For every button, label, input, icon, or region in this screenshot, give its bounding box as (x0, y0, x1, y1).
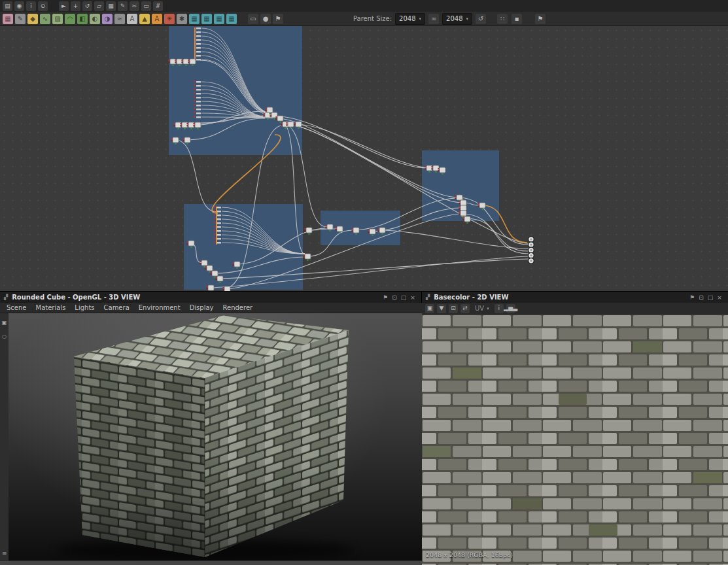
search-icon[interactable]: ⊙ (38, 1, 48, 11)
gradient-map-icon[interactable]: ▨ (52, 14, 63, 24)
2d-viewport[interactable]: 2048 x 2048 (RGBA, 16bpc) (422, 315, 728, 565)
3d-viewport-scrollbar[interactable] (0, 560, 422, 565)
3d-view-panel-header[interactable]: ▞ Rounded Cube - OpenGL - 3D VIEW ⚑⊡□× (0, 291, 422, 303)
pin-panel-icon[interactable]: ⚑ (381, 294, 390, 301)
graph-node[interactable] (457, 195, 462, 200)
graph-node[interactable] (288, 122, 294, 127)
camera-view-icon[interactable]: ▣ (2, 320, 7, 326)
information-icon[interactable]: i (494, 304, 504, 313)
swap-channels-icon[interactable]: ⇄ (460, 304, 470, 313)
screenshot-camera-icon[interactable]: ◉ (14, 1, 24, 11)
graph-node[interactable] (379, 228, 385, 233)
presets-dots-icon[interactable]: ∷ (497, 14, 508, 24)
histogram-icon[interactable]: ▂▅▃ (506, 304, 515, 313)
menu-renderer[interactable]: Renderer (218, 304, 258, 311)
auto-levels-icon[interactable]: A (152, 14, 162, 24)
vector-resource-icon[interactable]: ✎ (15, 14, 26, 24)
slope-blur-icon[interactable]: ∿ (40, 14, 50, 24)
dot-node-icon[interactable]: ● (260, 14, 271, 24)
graph-node[interactable] (267, 107, 273, 112)
anchor-icon[interactable]: ⚑ (273, 14, 283, 24)
pixel-processor-icon[interactable]: ✱ (177, 14, 187, 24)
tile-generator-icon[interactable]: ▦ (189, 14, 199, 24)
tile-sampler-icon[interactable]: ▦ (201, 14, 212, 24)
graph-node[interactable] (208, 285, 214, 290)
copy-image-icon[interactable]: ⊡ (449, 304, 458, 313)
graph-node[interactable] (217, 276, 223, 281)
shape-icon[interactable]: ▦ (214, 14, 224, 24)
comment-icon[interactable]: ▭ (248, 14, 258, 24)
menu-scene[interactable]: Scene (2, 304, 31, 311)
frame-tool-icon[interactable]: ▭ (141, 1, 151, 11)
graph-node[interactable] (370, 229, 375, 234)
menu-lights[interactable]: Lights (70, 304, 99, 311)
graph-node[interactable] (195, 122, 201, 128)
background-toggle-icon[interactable]: ▣ (425, 304, 434, 313)
graph-node[interactable] (212, 271, 218, 276)
graph-node[interactable] (277, 116, 283, 121)
grid-align-icon[interactable]: # (153, 1, 163, 11)
splatter-icon[interactable]: ✳ (164, 14, 175, 24)
menu-materials[interactable]: Materials (31, 304, 71, 311)
menu-camera[interactable]: Camera (99, 304, 134, 311)
close-panel-icon[interactable]: × (715, 294, 724, 301)
cut-links-icon[interactable]: ✂ (130, 1, 139, 11)
fill-icon[interactable]: ◆ (27, 14, 38, 24)
2d-view-panel-header[interactable]: ▞ Basecolor - 2D VIEW ⚑⊡□× (422, 291, 728, 303)
menu-display[interactable]: Display (185, 304, 218, 311)
graph-node[interactable] (440, 167, 445, 173)
graph-node[interactable] (460, 211, 466, 216)
float-panel-icon[interactable]: ⊡ (697, 294, 706, 301)
graph-node[interactable] (460, 200, 466, 205)
text-icon[interactable]: A (127, 14, 137, 24)
float-panel-icon[interactable]: ⊡ (390, 294, 399, 301)
graph-node[interactable] (464, 216, 470, 222)
graph-canvas[interactable] (0, 26, 728, 291)
information-icon[interactable]: i (26, 1, 36, 11)
light-icon[interactable]: ○ (2, 334, 7, 339)
new-graph-icon[interactable]: ▤ (3, 1, 12, 11)
rotate-tool-icon[interactable]: ↺ (82, 1, 92, 11)
bitmap-resource-icon[interactable]: ▦ (3, 14, 13, 24)
pin-panel-icon[interactable]: ⚑ (687, 294, 697, 301)
maximize-panel-icon[interactable]: □ (706, 294, 715, 301)
graph-node[interactable] (201, 260, 207, 265)
warning-node-icon[interactable]: ▲ (139, 14, 150, 24)
graph-node[interactable] (234, 262, 240, 267)
graph-node[interactable] (190, 59, 196, 64)
menu-environment[interactable]: Environment (134, 304, 185, 311)
graph-frame[interactable] (169, 26, 302, 155)
dock-toggle-icon[interactable]: ▪ (511, 14, 522, 24)
uv-mode-dropdown[interactable]: UV ▾ (472, 305, 492, 312)
splatter-circular-icon[interactable]: ▦ (226, 14, 237, 24)
curve-icon[interactable]: ◠ (65, 14, 75, 24)
graph-node[interactable] (173, 137, 179, 143)
graph-frame[interactable] (184, 204, 303, 290)
3d-viewport[interactable] (9, 313, 422, 560)
graph-node[interactable] (353, 228, 359, 233)
graph-node[interactable] (296, 122, 302, 127)
graph-node[interactable] (184, 137, 190, 143)
warp-icon[interactable]: ≈ (114, 14, 125, 24)
graph-node[interactable] (479, 203, 485, 208)
pin-toolbar-icon[interactable]: ⚑ (535, 14, 546, 24)
close-panel-icon[interactable]: × (408, 294, 417, 301)
graph-node[interactable] (337, 226, 343, 231)
pen-tool-icon[interactable]: ✎ (118, 1, 128, 11)
graph-node[interactable] (207, 265, 213, 271)
node-graph-svg[interactable] (0, 26, 728, 291)
blur-icon[interactable]: ◐ (90, 14, 100, 24)
graph-node[interactable] (306, 228, 312, 233)
graph-node[interactable] (188, 241, 194, 246)
graph-node[interactable] (305, 254, 311, 259)
snap-grid-icon[interactable]: ▦ (106, 1, 116, 11)
maximize-panel-icon[interactable]: □ (399, 294, 408, 301)
save-image-icon[interactable]: ▼ (437, 304, 446, 313)
move-tool-icon[interactable]: + (71, 1, 80, 11)
graph-node[interactable] (460, 205, 466, 211)
blend-icon[interactable]: ◧ (77, 14, 88, 24)
linked-size-dropdown[interactable]: 2048 ▾ (442, 13, 472, 25)
scene-tree-icon[interactable]: ≡ (2, 550, 7, 556)
link-size-icon[interactable]: ∞ (428, 14, 439, 24)
graph-node[interactable] (327, 224, 333, 230)
